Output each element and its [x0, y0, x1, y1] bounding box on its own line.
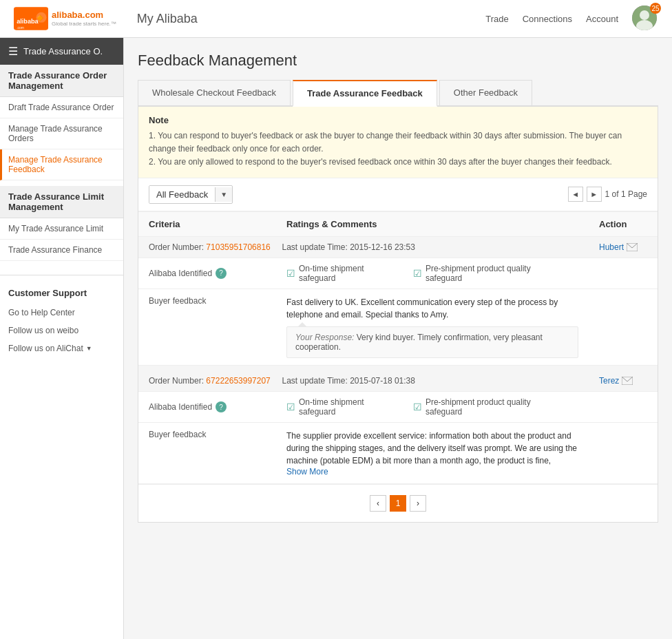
- check-icon-3: ☑: [286, 401, 295, 412]
- check-icon-2: ☑: [413, 268, 422, 279]
- tabs: Wholesale Checkout Feedback Trade Assura…: [138, 80, 658, 107]
- pagination-info: ◄ ► 1 of 1 Page: [568, 187, 647, 202]
- note-box: Note 1. You can respond to buyer's feedb…: [138, 107, 658, 178]
- col-ratings: Ratings & Comments: [276, 211, 589, 236]
- bottom-next-button[interactable]: ›: [410, 495, 426, 512]
- table-row: Alibaba Identified ? ☑ On-time shipment …: [138, 392, 658, 423]
- svg-point-6: [640, 10, 649, 20]
- help-center-link[interactable]: Go to Help Center: [0, 304, 123, 322]
- action-name-1: Hubert: [599, 242, 624, 252]
- nav-connections[interactable]: Connections: [523, 14, 572, 24]
- table-row: Buyer feedback The supplier provide exce…: [138, 423, 658, 484]
- action-name-2: Terez: [599, 376, 619, 386]
- buyer-feedback-label-1: Buyer feedback: [149, 296, 206, 306]
- safeguard-4-label: Pre-shipment product quality safeguard: [426, 397, 565, 417]
- customer-support-section: Customer Support Go to Help Center Follo…: [0, 275, 123, 364]
- table-toolbar: All Feedback ▼ ◄ ► 1 of 1 Page: [138, 178, 658, 211]
- page-layout: ☰ Trade Assurance O. Trade Assurance Ord…: [0, 38, 672, 639]
- nav-trade[interactable]: Trade: [485, 14, 508, 24]
- filter-arrow-button[interactable]: ▼: [215, 187, 232, 202]
- header-nav: Trade Connections Account 25: [485, 6, 658, 32]
- note-line-1: 1. You can respond to buyer's feedback o…: [149, 129, 647, 156]
- nav-account[interactable]: Account: [586, 14, 618, 24]
- sidebar-item-manage-feedback[interactable]: Manage Trade Assurance Feedback: [0, 149, 123, 180]
- buyer-feedback-text-cell-1: Fast delivery to UK. Excellent communica…: [276, 289, 589, 365]
- note-title: Note: [149, 115, 647, 125]
- main-content: Feedback Management Wholesale Checkout F…: [124, 38, 672, 639]
- header: alibaba .com 🔶 alibaba.com Global trade …: [0, 0, 672, 38]
- buyer-feedback-label-cell-1: Buyer feedback: [138, 289, 276, 365]
- table-row: Order Number: 67222653997207 Last update…: [138, 370, 658, 392]
- order-number-2[interactable]: 67222653997207: [206, 376, 270, 386]
- sidebar-item-finance[interactable]: Trade Assurance Finance: [0, 240, 123, 261]
- buyer-feedback-text-1: Fast delivery to UK. Excellent communica…: [286, 296, 578, 321]
- email-icon-2: [622, 377, 633, 385]
- svg-text:.com: .com: [17, 25, 24, 30]
- bottom-current-page[interactable]: 1: [390, 495, 406, 512]
- sidebar-item-my-limit[interactable]: My Trade Assurance Limit: [0, 218, 123, 240]
- filter-dropdown[interactable]: All Feedback ▼: [149, 185, 233, 204]
- order-update-time-2: Last update Time: 2015-07-18 01:38: [282, 376, 414, 386]
- bottom-prev-button[interactable]: ‹: [370, 495, 386, 512]
- order-update-time-1: Last update Time: 2015-12-16 23:53: [282, 242, 414, 252]
- col-criteria: Criteria: [138, 211, 276, 236]
- logo-text: alibaba.com: [52, 10, 116, 21]
- tab-trade-assurance[interactable]: Trade Assurance Feedback: [293, 80, 437, 107]
- svg-text:🔶: 🔶: [36, 14, 44, 22]
- avatar[interactable]: 25: [632, 6, 658, 32]
- sidebar-item-draft-order[interactable]: Draft Trade Assurance Order: [0, 97, 123, 118]
- safeguard-3-label: On-time shipment safeguard: [299, 397, 399, 417]
- buyer-feedback-action-2: [589, 423, 658, 484]
- site-title: My Alibaba: [137, 12, 485, 26]
- spacer-row: [138, 365, 658, 370]
- response-label-1: Your Response:: [295, 333, 354, 342]
- alichat-link[interactable]: Follow us on AliChat: [0, 339, 123, 357]
- order-action-2: Terez: [589, 370, 658, 392]
- order-number-cell: Order Number: 71035951706816 Last update…: [138, 236, 589, 258]
- buyer-feedback-text-2: The supplier provide excellent service: …: [286, 430, 578, 467]
- feedback-table: Criteria Ratings & Comments Action Order…: [138, 211, 658, 485]
- action-link-1[interactable]: Hubert: [599, 242, 647, 252]
- question-icon-2: ?: [216, 401, 227, 412]
- safeguard-action-1: [589, 258, 658, 289]
- check-icon-4: ☑: [413, 401, 422, 412]
- identified-text-2: Alibaba Identified: [149, 402, 212, 412]
- order-number-1[interactable]: 71035951706816: [206, 242, 270, 252]
- prev-page-button[interactable]: ◄: [568, 187, 583, 202]
- customer-support-title: Customer Support: [0, 282, 123, 304]
- sidebar-section-title-order-mgmt: Trade Assurance Order Management: [0, 65, 123, 97]
- tab-other-feedback[interactable]: Other Feedback: [439, 80, 532, 105]
- page-title: Feedback Management: [138, 52, 658, 70]
- safeguard-action-2: [589, 392, 658, 423]
- sidebar: ☰ Trade Assurance O. Trade Assurance Ord…: [0, 38, 124, 639]
- show-more-link[interactable]: Show More: [286, 467, 328, 476]
- order-action-1: Hubert: [589, 236, 658, 258]
- alibaba-identified-label-2: Alibaba Identified ?: [149, 401, 266, 412]
- email-icon-1: [627, 243, 638, 251]
- next-page-button[interactable]: ►: [587, 187, 602, 202]
- svg-text:alibaba: alibaba: [17, 18, 39, 25]
- alibaba-identified-cell-2: Alibaba Identified ?: [138, 392, 276, 423]
- action-link-2[interactable]: Terez: [599, 376, 647, 386]
- buyer-feedback-label-2: Buyer feedback: [149, 430, 206, 439]
- table-row: Alibaba Identified ? ☑ On-time shipment …: [138, 258, 658, 289]
- response-box-1: Your Response: Very kind buyer. Timely c…: [286, 326, 578, 358]
- weibo-link[interactable]: Follow us on weibo: [0, 322, 123, 339]
- tab-wholesale-checkout[interactable]: Wholesale Checkout Feedback: [138, 80, 291, 105]
- safeguard-1-ontime: ☑ On-time shipment safeguard: [286, 264, 399, 283]
- safeguard-2-label: Pre-shipment product quality safeguard: [426, 264, 565, 283]
- filter-label: All Feedback: [149, 186, 215, 203]
- safeguards-2: ☑ On-time shipment safeguard ☑ Pre-shipm…: [286, 397, 578, 417]
- table-row: Order Number: 71035951706816 Last update…: [138, 236, 658, 258]
- logo-tagline: Global trade starts here.™: [52, 21, 116, 28]
- content-panel: Note 1. You can respond to buyer's feedb…: [138, 107, 658, 523]
- sidebar-header-label: Trade Assurance O.: [23, 46, 103, 56]
- safeguards-cell-2: ☑ On-time shipment safeguard ☑ Pre-shipm…: [276, 392, 589, 423]
- sidebar-item-manage-orders[interactable]: Manage Trade Assurance Orders: [0, 118, 123, 149]
- check-icon-1: ☑: [286, 268, 295, 279]
- alibaba-logo: alibaba .com 🔶: [14, 5, 48, 32]
- col-action: Action: [589, 211, 658, 236]
- safeguard-2-preshipment: ☑ Pre-shipment product quality safeguard: [413, 397, 565, 417]
- identified-text-1: Alibaba Identified: [149, 269, 212, 278]
- note-line-2: 2. You are only allowed to respond to th…: [149, 156, 647, 169]
